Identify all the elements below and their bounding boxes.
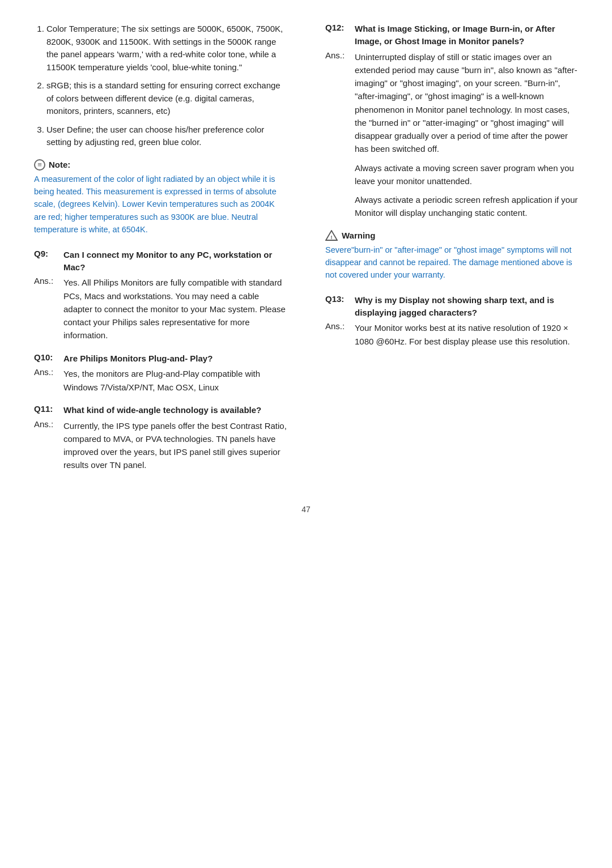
q13-label: Q13:: [325, 294, 355, 319]
q9-text: Can I connect my Monitor to any PC, work…: [63, 249, 287, 274]
q12-label: Q12:: [325, 23, 355, 48]
a9-label: Ans.:: [34, 276, 63, 342]
qa-answer: Ans.: Your Monitor works best at its nat…: [325, 321, 578, 348]
qa-answer: Ans.: Yes. All Philips Monitors are full…: [34, 276, 287, 342]
a12-text: Uninterrupted display of still or static…: [355, 50, 578, 156]
q9-label: Q9:: [34, 249, 63, 274]
qa-answer: Ans.: Uninterrupted display of still or …: [325, 50, 578, 220]
a9-text: Yes. All Philips Monitors are fully comp…: [63, 276, 287, 342]
note-block: ≡ Note: A measurement of the color of li…: [34, 159, 287, 236]
q11-text: What kind of wide-angle technology is av…: [63, 404, 287, 416]
warning-block: ! Warning Severe"burn-in" or "after-imag…: [325, 230, 578, 282]
a12-label: Ans.:: [325, 50, 355, 220]
a11-label: Ans.:: [34, 419, 63, 472]
a11-text: Currently, the IPS type panels offer the…: [63, 419, 287, 472]
qa-question: Q10: Are Philips Monitors Plug-and- Play…: [34, 352, 287, 365]
note-header: ≡ Note:: [34, 159, 287, 171]
warning-text: Severe"burn-in" or "after-image" or "gho…: [325, 244, 578, 282]
svg-text:!: !: [331, 234, 333, 240]
qa-question: Q12: What is Image Sticking, or Image Bu…: [325, 23, 578, 48]
warning-icon: !: [325, 230, 338, 241]
note-text: A measurement of the color of light radi…: [34, 173, 287, 236]
qa-answer: Ans.: Currently, the IPS type panels off…: [34, 419, 287, 472]
note-icon: ≡: [34, 159, 45, 171]
a10-label: Ans.:: [34, 367, 63, 394]
a13-text: Your Monitor works best at its native re…: [355, 321, 578, 348]
qa-answer: Ans.: Yes, the monitors are Plug-and-Pla…: [34, 367, 287, 394]
a10-text: Yes, the monitors are Plug-and-Play comp…: [63, 367, 287, 394]
q10-text: Are Philips Monitors Plug-and- Play?: [63, 352, 287, 365]
page-number: 47: [34, 505, 578, 514]
warning-header: ! Warning: [325, 230, 578, 241]
qa-block-q10: Q10: Are Philips Monitors Plug-and- Play…: [34, 352, 287, 394]
list-item: User Define; the user can choose his/her…: [46, 124, 287, 149]
warning-label: Warning: [342, 231, 375, 240]
q11-label: Q11:: [34, 404, 63, 416]
qa-question: Q13: Why is my Display not showing sharp…: [325, 294, 578, 319]
qa-block-q11: Q11: What kind of wide-angle technology …: [34, 404, 287, 472]
color-list: Color Temperature; The six settings are …: [46, 23, 287, 149]
right-column: Q12: What is Image Sticking, or Image Bu…: [320, 23, 578, 482]
left-column: Color Temperature; The six settings are …: [34, 23, 292, 482]
a12-extra-1: Always activate a moving screen saver pr…: [355, 161, 578, 188]
qa-block-q13: Q13: Why is my Display not showing sharp…: [325, 294, 578, 348]
q13-text: Why is my Display not showing sharp text…: [355, 294, 578, 319]
list-item: sRGB; this is a standard setting for ens…: [46, 79, 287, 118]
a12-extra-2: Always activate a periodic screen refres…: [355, 193, 578, 220]
qa-question: Q9: Can I connect my Monitor to any PC, …: [34, 249, 287, 274]
q10-label: Q10:: [34, 352, 63, 365]
qa-question: Q11: What kind of wide-angle technology …: [34, 404, 287, 416]
list-item: Color Temperature; The six settings are …: [46, 23, 287, 74]
q12-text: What is Image Sticking, or Image Burn-in…: [355, 23, 578, 48]
qa-block-q9: Q9: Can I connect my Monitor to any PC, …: [34, 249, 287, 342]
a13-label: Ans.:: [325, 321, 355, 348]
qa-block-q12: Q12: What is Image Sticking, or Image Bu…: [325, 23, 578, 220]
note-label: Note:: [49, 160, 70, 169]
